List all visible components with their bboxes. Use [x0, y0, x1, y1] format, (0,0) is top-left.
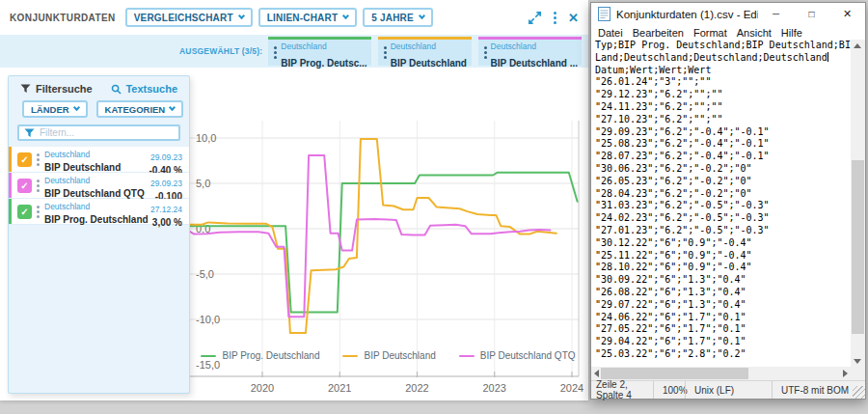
csv-line: Datum;Wert;Wert;Wert	[595, 65, 851, 77]
csv-line: "28.10.22";"6";"0.9";"-0.4"	[595, 262, 851, 274]
line-chart: 2020202120222023202410,05,00,0-5,0-10,0-…	[188, 68, 588, 400]
menu-bearbeiten[interactable]: Bearbeiten	[628, 27, 689, 39]
chip-bip-deutschland[interactable]: Deutschland BIP Deutschland	[378, 37, 472, 66]
series-list: ✓ Deutschland BIP Deutschland 29.09.23 -…	[9, 147, 189, 225]
horizontal-scrollbar[interactable]	[591, 367, 865, 380]
chevron-down-icon	[419, 13, 425, 19]
csv-line: "25.11.22";"6";"0.9";"-0.4"	[595, 250, 851, 262]
kebab-menu-icon[interactable]	[554, 12, 556, 24]
kebab-menu-icon[interactable]	[484, 46, 487, 59]
csv-line: "28.07.23";"6.2";"-0.4";"-0.1"	[595, 151, 851, 163]
list-item-bip-deutschland-qtq[interactable]: ✓ Deutschland BIP Deutschland QTQ 29.09.…	[9, 173, 189, 199]
selected-count-label: AUSGEWÄHLT (3/5):	[179, 46, 262, 56]
vergleichschart-dropdown[interactable]: VERGLEICHSCHART	[125, 8, 253, 27]
legend-label: BIP Prog. Deutschland	[222, 350, 319, 361]
csv-line: "31.03.23";"6.2";"-0.5";"-0.3"	[595, 200, 851, 212]
maximize-button[interactable]: □	[794, 3, 829, 25]
zeitraum-dropdown[interactable]: 5 JAHRE	[363, 8, 433, 27]
filter-input-placeholder: Filtern...	[40, 127, 74, 138]
kebab-menu-icon[interactable]	[274, 46, 277, 59]
konjunkturdaten-window: KONJUNKTURDATEN VERGLEICHSCHART LINIEN-C…	[0, 0, 588, 400]
legend-label: BIP Deutschland	[364, 350, 435, 361]
kebab-menu-icon[interactable]	[384, 46, 387, 59]
screen: KONJUNKTURDATEN VERGLEICHSCHART LINIEN-C…	[0, 0, 868, 414]
svg-text:2023: 2023	[483, 382, 506, 394]
legend-swatch	[342, 355, 358, 357]
text-area[interactable]: Typ;BIP Prog. Deutschland;BIP Deutschlan…	[591, 40, 851, 368]
kebab-menu-icon[interactable]	[37, 153, 40, 166]
filter-icon	[20, 84, 31, 94]
zoom-level: 100%	[653, 381, 685, 399]
kebab-menu-icon[interactable]	[37, 179, 40, 192]
csv-line: "29.12.23";"6.2";"";""	[595, 89, 851, 101]
csv-line: "29.09.23";"6.2";"-0.4";"-0.1"	[595, 126, 851, 139]
close-button[interactable]: ✕	[829, 3, 865, 25]
csv-line: "27.10.23";"6.2";"";""	[595, 114, 851, 126]
csv-line: "26.01.24";"3";"";""	[595, 76, 851, 89]
close-icon[interactable]: ✕	[568, 12, 579, 24]
notepad-icon	[598, 7, 610, 21]
vertical-scrollbar[interactable]	[851, 40, 865, 368]
menu-ansicht[interactable]: Ansicht	[732, 27, 776, 39]
chip-bip-deutschland-qtq[interactable]: Deutschland BIP Deutschland ...	[478, 37, 582, 66]
scroll-down-icon[interactable]	[854, 359, 861, 364]
list-item-bip-prog-deutschland[interactable]: ✓ Deutschland BIP Prog. Deutschland 27.1…	[9, 199, 189, 225]
checkbox-checked[interactable]: ✓	[17, 179, 32, 193]
chevron-down-icon	[73, 104, 80, 111]
cursor-position: Zeile 2, Spalte 4	[591, 381, 653, 399]
csv-line: "30.06.23";"6.2";"-0.2";"0"	[595, 163, 851, 176]
filtersuche-tab[interactable]: Filtersuche	[20, 83, 93, 95]
chip-bip-prog-deutschland[interactable]: Deutschland BIP Prog. Deutsc...	[268, 37, 370, 66]
app-header: KONJUNKTURDATEN VERGLEICHSCHART LINIEN-C…	[0, 0, 588, 35]
selection-bar: AUSGEWÄHLT (3/5): Deutschland BIP Prog. …	[0, 35, 588, 68]
svg-text:5,0: 5,0	[196, 178, 210, 189]
scroll-right-icon[interactable]	[843, 370, 848, 377]
vertical-scroll-thumb[interactable]	[852, 160, 864, 334]
laender-dropdown[interactable]: LÄNDER	[22, 100, 88, 118]
scroll-up-icon[interactable]	[854, 43, 861, 48]
menu-format[interactable]: Format	[689, 27, 732, 39]
filter-input[interactable]: Filtern...	[17, 124, 180, 141]
editor-titlebar[interactable]: Konjunkturdaten (1).csv - Editor ─ □ ✕	[591, 3, 865, 25]
csv-line: Land;Deutschland;Deutschland;Deutschland	[595, 52, 851, 65]
legend-swatch	[201, 355, 216, 357]
legend-label: BIP Deutschland QTQ	[480, 350, 576, 361]
scroll-left-icon[interactable]	[594, 370, 599, 377]
text-cursor	[827, 52, 828, 62]
chevron-down-icon	[169, 104, 176, 111]
series-color-bar	[9, 173, 12, 198]
legend-item[interactable]: BIP Prog. Deutschland	[201, 350, 319, 361]
csv-line: "28.04.23";"6.2";"-0.2";"0"	[595, 188, 851, 201]
notepad-window: Konjunkturdaten (1).csv - Editor ─ □ ✕ D…	[590, 2, 866, 400]
legend-item[interactable]: BIP Deutschland	[342, 350, 435, 361]
csv-line: "24.06.22";"6";"1.7";"0.1"	[595, 312, 851, 324]
resize-grip[interactable]	[853, 386, 865, 399]
list-item-bip-deutschland[interactable]: ✓ Deutschland BIP Deutschland 29.09.23 -…	[9, 147, 189, 173]
csv-line: "30.09.22";"6";"1.3";"0.4"	[595, 274, 851, 287]
kebab-menu-icon[interactable]	[37, 206, 40, 218]
chevron-down-icon	[238, 13, 245, 19]
csv-line: "27.01.23";"6.2";"-0.5";"-0.3"	[595, 225, 851, 237]
menu-datei[interactable]: Datei	[593, 27, 628, 39]
svg-text:-5,0: -5,0	[196, 268, 214, 280]
textsuche-tab[interactable]: Textsuche	[111, 83, 177, 95]
kategorien-dropdown[interactable]: KATEGORIEN	[96, 100, 184, 118]
legend-item[interactable]: BIP Deutschland QTQ	[459, 350, 576, 361]
csv-line: Typ;BIP Prog. Deutschland;BIP Deutschlan…	[595, 40, 851, 52]
csv-line: "26.05.23";"6.2";"-0.2";"0"	[595, 176, 851, 188]
csv-line: "25.03.22";"6";"2.8";"0.2"	[595, 348, 851, 361]
checkbox-checked[interactable]: ✓	[17, 205, 32, 219]
expand-icon[interactable]	[528, 11, 542, 25]
csv-line: "30.12.22";"6";"0.9";"-0.4"	[595, 237, 851, 250]
encoding: UTF-8 mit BOM	[772, 381, 865, 399]
minimize-button[interactable]: ─	[758, 3, 794, 25]
csv-line: "25.08.23";"6.2";"-0.4";"-0.1"	[595, 138, 851, 151]
linien-chart-dropdown[interactable]: LINIEN-CHART	[258, 8, 358, 27]
menu-hilfe[interactable]: Hilfe	[776, 27, 807, 39]
checkbox-checked[interactable]: ✓	[17, 152, 32, 167]
horizontal-scroll-thumb[interactable]	[601, 368, 748, 379]
legend-swatch	[459, 355, 475, 357]
svg-text:2022: 2022	[405, 382, 428, 394]
editor-menubar: Datei Bearbeiten Format Ansicht Hilfe	[591, 25, 865, 40]
csv-line: "26.08.22";"6";"1.3";"0.4"	[595, 287, 851, 299]
